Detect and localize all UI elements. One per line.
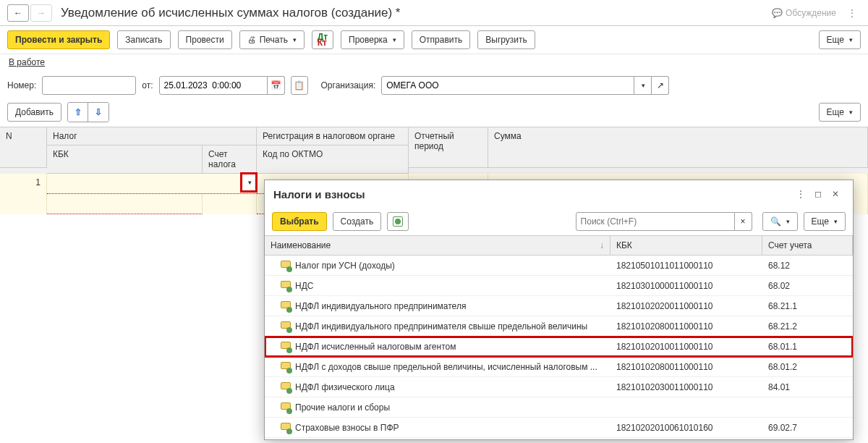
select-button[interactable]: Выбрать <box>272 212 327 231</box>
add-button[interactable]: Добавить <box>7 103 61 122</box>
tax-row[interactable]: НДФЛ с доходов свыше предельной величины… <box>265 357 853 377</box>
popup-body[interactable]: Налог при УСН (доходы)182105010110110001… <box>265 256 853 439</box>
popup-menu-button[interactable]: ⋮ <box>792 186 809 202</box>
chevron-down-icon: ▾ <box>786 218 790 225</box>
org-input-group: ▾ ↗ <box>381 76 669 95</box>
col-kbk[interactable]: КБК <box>47 145 203 173</box>
col-oktmo[interactable]: Код по ОКТМО <box>257 145 408 163</box>
org-dropdown-button[interactable]: ▾ <box>634 76 652 95</box>
tax-icon <box>281 382 291 392</box>
tax-acc: 68.02 <box>762 281 853 291</box>
popup-title: Налоги и взносы <box>273 188 792 201</box>
tax-row[interactable]: Прочие налоги и сборы <box>265 397 853 418</box>
tax-acc: 69.02.7 <box>762 423 853 433</box>
grid-more-button[interactable]: Еще ▾ <box>819 103 861 122</box>
write-button[interactable]: Записать <box>117 30 170 49</box>
col-acc[interactable]: Счет налога <box>203 145 256 173</box>
tax-icon <box>281 362 291 372</box>
tax-name: Прочие налоги и сборы <box>295 402 390 413</box>
status-link[interactable]: В работе <box>9 57 45 67</box>
org-input[interactable] <box>381 76 634 95</box>
tax-name: НДФЛ физического лица <box>295 382 395 392</box>
tax-row[interactable]: НДС1821030100001100011068.02 <box>265 276 853 296</box>
tax-cell[interactable]: ▾ <box>47 174 257 194</box>
tax-name: Страховые взносы в ПФР <box>295 423 399 433</box>
chevron-down-icon: ▾ <box>293 36 297 43</box>
doc-registry-button[interactable]: 📋 <box>291 76 308 95</box>
kebab-menu[interactable]: ⋮ <box>843 8 861 18</box>
create-copy-button[interactable] <box>387 212 409 231</box>
search-button[interactable]: 🔍 ▾ <box>762 212 798 231</box>
tax-acc: 84.01 <box>762 382 853 392</box>
tax-row[interactable]: Налог при УСН (доходы)182105010110110001… <box>265 256 853 276</box>
tax-name: НДФЛ индивидуального предпринимателя свы… <box>295 321 587 332</box>
tax-row[interactable]: НДФЛ индивидуального предпринимателя1821… <box>265 296 853 316</box>
tax-name: НДФЛ с доходов свыше предельной величины… <box>295 362 597 372</box>
tax-dropdown-trigger[interactable]: ▾ <box>240 172 258 193</box>
back-button[interactable]: ← <box>7 4 29 22</box>
more-button[interactable]: Еще ▾ <box>819 30 861 49</box>
post-and-close-button[interactable]: Провести и закрыть <box>7 30 110 49</box>
tax-row[interactable]: НДФЛ физического лица1821010203001100011… <box>265 377 853 397</box>
top-bar: ← → Уведомление об исчисленных суммах на… <box>0 0 868 26</box>
tax-kbk: 18210102080011000110 <box>610 321 762 332</box>
popup-toolbar: Выбрать Создать × 🔍 ▾ Еще ▾ <box>265 208 853 235</box>
col-period[interactable]: Отчетный период <box>409 127 488 168</box>
tax-row[interactable]: НДФЛ индивидуального предпринимателя свы… <box>265 316 853 337</box>
tax-row[interactable]: НДФЛ исчисленный налоговым агентом182101… <box>265 337 853 357</box>
move-down-button[interactable]: ⇩ <box>88 103 109 122</box>
col-n[interactable]: N <box>0 127 47 168</box>
post-button[interactable]: Провести <box>178 30 232 49</box>
acc-cell[interactable] <box>203 194 257 214</box>
printer-icon: 🖨 <box>247 35 256 45</box>
popup-col-acc[interactable]: Счет учета <box>762 236 853 255</box>
org-open-button[interactable]: ↗ <box>652 76 669 95</box>
number-label: Номер: <box>7 80 36 90</box>
col-sum[interactable]: Сумма <box>488 127 868 168</box>
move-up-button[interactable]: ⇧ <box>68 103 88 122</box>
calendar-icon[interactable]: 📅 <box>268 76 285 95</box>
tax-acc: 68.21.1 <box>762 301 853 311</box>
print-button[interactable]: 🖨 Печать ▾ <box>239 30 305 49</box>
check-button[interactable]: Проверка ▾ <box>341 30 404 49</box>
create-button[interactable]: Создать <box>333 212 382 231</box>
popup-close-button[interactable]: ✕ <box>827 186 844 202</box>
tax-picker-popup: Налоги и взносы ⋮ ◻ ✕ Выбрать Создать × … <box>264 180 854 440</box>
tax-icon <box>281 301 291 311</box>
tax-kbk: 18210301000011000110 <box>610 281 762 291</box>
popup-col-kbk[interactable]: КБК <box>610 236 762 255</box>
tax-row[interactable]: Страховые взносы в ПФР182102020100610101… <box>265 418 853 438</box>
col-tax[interactable]: Налог <box>47 127 256 145</box>
popup-grid-header: Наименование ↓ КБК Счет учета <box>265 235 853 256</box>
tax-kbk: 18210102020011000110 <box>610 301 762 311</box>
date-input[interactable] <box>159 76 268 95</box>
forward-button[interactable]: → <box>30 4 52 22</box>
dtkt-button[interactable]: ДтКт <box>312 30 333 49</box>
row-n: 1 <box>0 174 47 194</box>
kbk-cell[interactable] <box>47 194 203 214</box>
search-input[interactable] <box>576 212 735 231</box>
status-row: В работе <box>0 54 868 73</box>
tax-kbk: 18210501011011000110 <box>610 261 762 271</box>
org-label: Организация: <box>321 80 376 90</box>
popup-more-button[interactable]: Еще ▾ <box>804 212 846 231</box>
sort-arrow-icon: ↓ <box>600 240 604 250</box>
upload-button[interactable]: Выгрузить <box>477 30 535 49</box>
tax-icon <box>281 402 291 413</box>
page-title: Уведомление об исчисленных суммах налого… <box>61 6 772 20</box>
comment-icon: 💬 <box>772 8 783 18</box>
tax-icon <box>281 321 291 332</box>
search-clear-button[interactable]: × <box>735 212 752 231</box>
discuss-button[interactable]: 💬 Обсуждение <box>772 8 836 18</box>
popup-maximize-button[interactable]: ◻ <box>809 186 827 202</box>
number-input[interactable] <box>42 76 136 95</box>
from-label: от: <box>142 80 153 90</box>
tax-icon <box>281 423 291 433</box>
popup-col-name[interactable]: Наименование ↓ <box>265 236 610 255</box>
send-button[interactable]: Отправить <box>412 30 471 49</box>
chevron-down-icon: ▾ <box>834 218 838 225</box>
grid-header-row1: N Налог КБК Счет налога Регистрация в на… <box>0 127 868 174</box>
col-reg[interactable]: Регистрация в налоговом органе <box>257 127 408 145</box>
search-icon: 🔍 <box>770 216 781 227</box>
tax-icon <box>281 342 291 352</box>
